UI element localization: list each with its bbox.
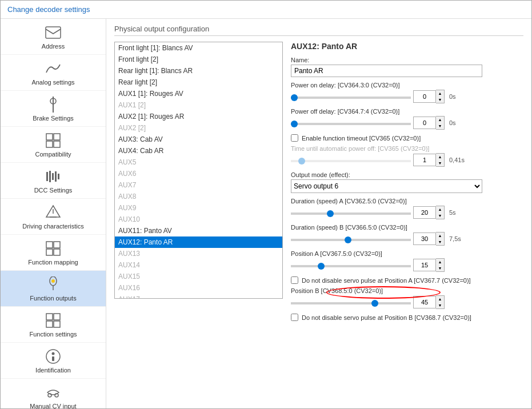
sidebar-item-manual-cv[interactable]: Manual CV input bbox=[1, 379, 106, 408]
list-item-rear2[interactable]: Rear light [2] bbox=[115, 77, 282, 88]
list-item-aux13[interactable]: AUX13 bbox=[115, 248, 282, 259]
power-off-delay-slider[interactable] bbox=[291, 123, 411, 125]
sidebar: Address Analog settings Brake Settings C… bbox=[1, 19, 106, 408]
power-off-delay-down[interactable]: ▼ bbox=[436, 123, 444, 129]
position-b-slider[interactable] bbox=[291, 302, 411, 304]
list-item-aux15[interactable]: AUX15 bbox=[115, 271, 282, 282]
power-on-delay-down[interactable]: ▼ bbox=[436, 97, 444, 103]
position-a-slider[interactable] bbox=[291, 265, 411, 267]
svg-rect-16 bbox=[54, 242, 60, 248]
brake-icon bbox=[44, 95, 62, 114]
duration-a-number[interactable] bbox=[413, 206, 436, 219]
list-item-aux1-2[interactable]: AUX1 [2] bbox=[115, 99, 282, 111]
sidebar-item-compatibility[interactable]: Compatibility bbox=[1, 127, 106, 163]
list-item-front2[interactable]: Front light [2] bbox=[115, 54, 282, 65]
position-b-spinner: ▲ ▼ bbox=[413, 295, 445, 309]
svg-rect-3 bbox=[46, 134, 53, 140]
list-item-rear1[interactable]: Rear light [1]: Blancs AR bbox=[115, 65, 282, 77]
list-item-aux12[interactable]: AUX12: Panto AR bbox=[115, 236, 282, 248]
sidebar-item-brake[interactable]: Brake Settings bbox=[1, 91, 106, 127]
list-item-aux8[interactable]: AUX8 bbox=[115, 191, 282, 202]
sidebar-item-identification[interactable]: Identification bbox=[1, 343, 106, 379]
time-until-down[interactable]: ▼ bbox=[436, 160, 444, 166]
section-title: Physical output configuration bbox=[114, 25, 523, 36]
config-panel: AUX12: Panto AR Name: Power on delay: [C… bbox=[291, 42, 523, 324]
list-item-aux9[interactable]: AUX9 bbox=[115, 202, 282, 214]
time-until-up[interactable]: ▲ bbox=[436, 154, 444, 160]
list-item-aux7[interactable]: AUX7 bbox=[115, 179, 282, 191]
sidebar-item-function-mapping[interactable]: Function mapping bbox=[1, 235, 106, 271]
power-off-delay-slider-row: ▲ ▼ 0s bbox=[291, 116, 523, 130]
power-off-delay-spinner: ▲ ▼ bbox=[413, 116, 445, 130]
svg-rect-10 bbox=[55, 171, 57, 182]
power-off-delay-number[interactable] bbox=[413, 117, 436, 129]
power-on-delay-slider[interactable] bbox=[291, 97, 411, 99]
power-on-delay-up[interactable]: ▲ bbox=[436, 90, 444, 97]
dcc-icon bbox=[44, 167, 62, 186]
list-item-aux11[interactable]: AUX11: Panto AV bbox=[115, 225, 282, 236]
output-mode-row: Output mode (effect): Servo output 6 On/… bbox=[291, 171, 523, 193]
position-a-spinner-buttons: ▲ ▼ bbox=[436, 258, 445, 272]
duration-b-up[interactable]: ▲ bbox=[436, 232, 444, 239]
position-b-number[interactable] bbox=[413, 296, 436, 308]
duration-a-slider-row: ▲ ▼ 5s bbox=[291, 206, 523, 219]
main-panel: Physical output configuration Front ligh… bbox=[106, 19, 531, 408]
position-b-row: Position B [CV368.5:0 (CV32=0)] ▲ ▼ bbox=[291, 287, 523, 309]
time-until-slider-container bbox=[291, 156, 411, 164]
duration-b-slider-container bbox=[291, 235, 411, 243]
list-item-aux14[interactable]: AUX14 bbox=[115, 259, 282, 271]
duration-b-down[interactable]: ▼ bbox=[436, 239, 444, 245]
position-a-slider-row: ▲ ▼ bbox=[291, 258, 523, 272]
sidebar-item-analog[interactable]: Analog settings bbox=[1, 55, 106, 91]
sidebar-label-analog: Analog settings bbox=[31, 79, 74, 86]
sidebar-item-driving[interactable]: Driving characteristics bbox=[1, 199, 106, 235]
output-mode-label: Output mode (effect): bbox=[291, 171, 523, 178]
no-disable-a-checkbox[interactable] bbox=[291, 276, 298, 284]
sidebar-item-function-outputs[interactable]: Function outputs bbox=[1, 271, 106, 307]
power-on-delay-row: Power on delay: [CV364.3:0 (CV32=0)] ▲ ▼ bbox=[291, 82, 523, 103]
list-item-aux6[interactable]: AUX6 bbox=[115, 168, 282, 179]
output-mode-select[interactable]: Servo output 6 On/Off Blink bbox=[291, 179, 482, 193]
list-item-aux10[interactable]: AUX10 bbox=[115, 214, 282, 225]
sidebar-item-function-settings[interactable]: Function settings bbox=[1, 307, 106, 343]
list-item-aux2-2[interactable]: AUX2 [2] bbox=[115, 122, 282, 134]
list-item-aux16[interactable]: AUX16 bbox=[115, 282, 282, 294]
enable-timeout-checkbox[interactable] bbox=[291, 134, 298, 142]
duration-b-slider[interactable] bbox=[291, 239, 411, 241]
svg-rect-11 bbox=[58, 174, 59, 179]
position-b-label: Position B [CV368.5:0 (CV32=0)] bbox=[291, 287, 523, 294]
list-item-aux4[interactable]: AUX4: Cab AR bbox=[115, 145, 282, 157]
name-input[interactable] bbox=[291, 65, 482, 77]
power-on-delay-unit: 0s bbox=[449, 93, 463, 100]
position-b-up[interactable]: ▲ bbox=[436, 296, 444, 302]
sidebar-item-address[interactable]: Address bbox=[1, 19, 106, 55]
panel-layout: Front light [1]: Blancs AV Front light [… bbox=[114, 42, 523, 324]
time-until-label: Time until automatic power off: [CV365 (… bbox=[291, 145, 523, 152]
no-disable-b-checkbox[interactable] bbox=[291, 314, 298, 321]
duration-b-number[interactable] bbox=[413, 232, 436, 245]
svg-rect-24 bbox=[46, 321, 53, 327]
sidebar-item-dcc[interactable]: DCC Settings bbox=[1, 163, 106, 199]
no-disable-b-row: Do not disable servo pulse at Position B… bbox=[291, 314, 523, 321]
list-item-aux2-1[interactable]: AUX2 [1]: Rouges AR bbox=[115, 111, 282, 122]
position-a-up[interactable]: ▲ bbox=[436, 259, 444, 265]
power-off-delay-spinner-buttons: ▲ ▼ bbox=[436, 116, 445, 130]
list-item-aux3[interactable]: AUX3: Cab AV bbox=[115, 134, 282, 145]
time-until-number[interactable] bbox=[413, 154, 436, 166]
output-list[interactable]: Front light [1]: Blancs AV Front light [… bbox=[114, 42, 283, 299]
duration-a-down[interactable]: ▼ bbox=[436, 212, 444, 219]
duration-b-slider-row: ▲ ▼ 7,5s bbox=[291, 232, 523, 246]
duration-a-slider[interactable] bbox=[291, 212, 411, 215]
power-off-delay-up[interactable]: ▲ bbox=[436, 117, 444, 123]
duration-a-up[interactable]: ▲ bbox=[436, 206, 444, 212]
position-a-down[interactable]: ▼ bbox=[436, 265, 444, 271]
position-b-down[interactable]: ▼ bbox=[436, 302, 444, 308]
power-on-delay-number[interactable] bbox=[413, 90, 436, 103]
position-a-number[interactable] bbox=[413, 259, 436, 271]
list-item-aux1-1[interactable]: AUX1 [1]: Rouges AV bbox=[115, 88, 282, 99]
window-title: Change decoder settings bbox=[7, 5, 90, 14]
list-item-front1[interactable]: Front light [1]: Blancs AV bbox=[115, 42, 282, 54]
list-item-aux17[interactable]: AUX17 bbox=[115, 294, 282, 299]
duration-b-row: Duration (speed) B [CV366.5:0 (CV32=0)] … bbox=[291, 224, 523, 246]
list-item-aux5[interactable]: AUX5 bbox=[115, 157, 282, 168]
